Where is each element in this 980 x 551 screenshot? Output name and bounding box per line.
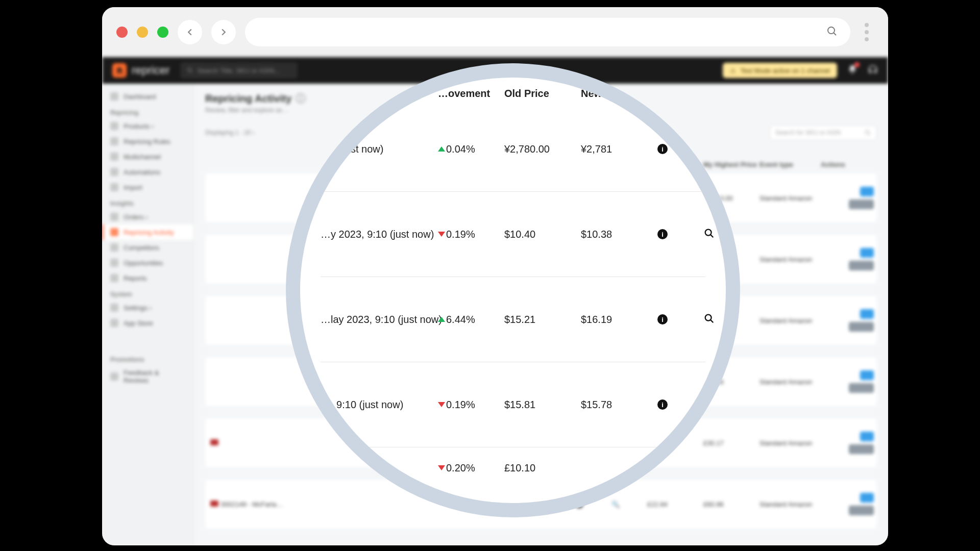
svg-point-6	[705, 229, 712, 235]
search-icon	[826, 25, 838, 39]
sidebar-item-settings[interactable]: Settings ›	[102, 300, 193, 315]
sidebar-item-dashboard[interactable]: Dashboard	[102, 89, 193, 104]
sidebar-item-multichannel[interactable]: Multichannel	[102, 149, 193, 164]
lens-old-price: $15.81	[504, 399, 581, 411]
movement-down-icon: 0.19%	[438, 399, 504, 411]
search-icon[interactable]	[703, 228, 734, 241]
svg-point-2	[187, 68, 191, 72]
browser-back-button[interactable]	[178, 20, 202, 44]
svg-line-5	[869, 134, 870, 135]
info-icon[interactable]: i	[657, 314, 668, 324]
header-search-input[interactable]: Search Title, SKU or ASIN...	[180, 62, 298, 79]
sidebar-item-automations[interactable]: Automations	[102, 164, 193, 180]
lens-row: …y 2023, 9:10 (just now) 0.19% $10.40 $1…	[321, 192, 705, 277]
lens-row: …, 9:10 (just now) 0.19% $15.81 $15.78 i	[321, 362, 705, 447]
svg-point-4	[865, 130, 869, 134]
sidebar-item-repricing-activity[interactable]: Repricing Activity	[102, 224, 193, 240]
info-icon[interactable]: i	[657, 399, 668, 410]
browser-url-bar[interactable]	[245, 18, 850, 46]
pagination-summary: Displaying 1 - 20 ›	[205, 129, 255, 136]
browser-forward-button[interactable]	[211, 20, 236, 44]
movement-down-icon: 0.20%	[438, 462, 504, 474]
lens-old-price: $10.40	[504, 229, 581, 240]
flag-icon	[210, 439, 218, 445]
content-search-input[interactable]: Search for SKU or ASIN	[770, 125, 877, 140]
window-controls	[116, 27, 168, 38]
window-close-icon[interactable]	[116, 27, 128, 38]
sidebar-item-orders[interactable]: Orders ›	[102, 209, 193, 224]
sidebar-group-promotions: Promotions	[102, 351, 193, 365]
notifications-icon[interactable]	[847, 64, 857, 77]
badge	[860, 187, 874, 196]
sidebar-group-repricing: Repricing	[102, 104, 193, 118]
window-minimize-icon[interactable]	[137, 27, 148, 38]
sidebar: Dashboard Repricing Products › Repricing…	[102, 84, 194, 545]
sidebar-item-feedback[interactable]: Feedback & Reviews	[102, 365, 193, 388]
sidebar-item-appstore[interactable]: App Store	[102, 315, 193, 331]
flag-icon	[210, 500, 218, 507]
svg-point-8	[705, 314, 712, 320]
sidebar-item-competitors[interactable]: Competitors	[102, 240, 193, 255]
lens-timestamp: …0 (just now)	[321, 143, 438, 155]
svg-line-1	[834, 33, 836, 35]
lens-new-price: $15.78	[581, 399, 657, 411]
svg-line-3	[190, 71, 192, 73]
sidebar-item-rules[interactable]: Repricing Rules	[102, 134, 193, 149]
browser-menu-icon[interactable]	[860, 23, 874, 41]
warning-icon: ⚠	[730, 67, 736, 74]
search-icon[interactable]	[703, 313, 734, 327]
sidebar-item-products[interactable]: Products ›	[102, 118, 193, 134]
sidebar-item-reports[interactable]: Reports	[102, 270, 193, 286]
sidebar-group-system: System	[102, 286, 193, 300]
lens-row: …0 (just now) 0.04% ¥2,780.00 ¥2,781 i	[321, 107, 705, 192]
lens-new-price: $10.38	[581, 229, 657, 240]
lens-new-price: ¥2,781	[581, 143, 657, 155]
lens-timestamp: …y 2023, 9:10 (just now)	[321, 229, 438, 240]
movement-up-icon: 0.04%	[438, 143, 504, 155]
lens-row: …lay 2023, 9:10 (just now) 6.44% $15.21 …	[321, 277, 705, 362]
lens-new-price: $16.19	[581, 314, 657, 325]
sidebar-item-import[interactable]: Import	[102, 180, 193, 195]
info-icon[interactable]: i	[657, 144, 668, 154]
svg-line-9	[710, 319, 713, 322]
lens-old-price: ¥2,780.00	[504, 143, 581, 155]
test-mode-banner[interactable]: ⚠ Test Mode active on 1 channel	[723, 63, 837, 78]
browser-titlebar	[102, 7, 888, 57]
sidebar-group-insights: Insights	[102, 195, 193, 209]
lens-timestamp: …, 9:10 (just now)	[321, 399, 438, 411]
sidebar-item-opportunities[interactable]: Opportunities	[102, 255, 193, 270]
brand-name: repricer	[132, 64, 170, 77]
info-icon[interactable]: i	[657, 229, 668, 239]
brand-logo-icon: ʀ	[112, 63, 127, 78]
browser-window: ʀ repricer Search Title, SKU or ASIN... …	[102, 7, 888, 545]
lens-old-price: £10.10	[504, 462, 581, 474]
svg-line-7	[710, 234, 713, 237]
lens-old-price: $15.21	[504, 314, 581, 325]
movement-down-icon: 0.19%	[438, 229, 504, 240]
help-circle-icon[interactable]: ⓘ	[296, 92, 306, 106]
movement-up-icon: 6.44%	[438, 314, 504, 325]
search-icon[interactable]: 🔍	[611, 500, 647, 508]
brand: ʀ repricer	[112, 63, 170, 78]
svg-point-0	[828, 27, 835, 34]
window-zoom-icon[interactable]	[157, 27, 168, 38]
magnifier-lens: …ovement Old Price New… …0 (just now) 0.…	[286, 63, 740, 517]
help-icon[interactable]	[868, 64, 878, 77]
lens-timestamp: …lay 2023, 9:10 (just now)	[321, 314, 438, 325]
